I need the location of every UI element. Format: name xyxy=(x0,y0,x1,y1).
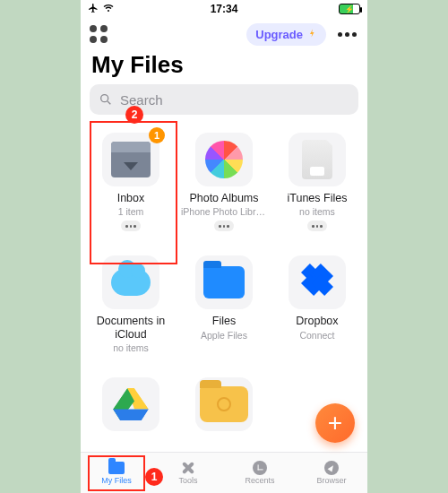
status-time: 17:34 xyxy=(211,3,238,15)
tile-label: Photo Albums xyxy=(189,192,258,204)
ios-status-bar: 17:34 ⚡ xyxy=(81,0,367,18)
wifi-icon xyxy=(102,3,115,16)
tile-label: iTunes Files xyxy=(288,192,348,204)
upgrade-button[interactable]: Upgrade xyxy=(246,23,326,46)
folder-icon xyxy=(108,461,125,475)
annotation-step-1: 1 xyxy=(145,468,163,486)
annotation-step-2: 2 xyxy=(125,106,143,124)
tile-more-button[interactable] xyxy=(121,221,141,231)
tab-label: My Files xyxy=(101,476,132,485)
menu-grid-icon[interactable] xyxy=(90,25,109,45)
location-tile[interactable]: Documents in iCloudno items xyxy=(84,252,177,374)
tools-icon xyxy=(179,461,197,475)
tile-sub: iPhone Photo Libra... xyxy=(181,206,267,217)
bolt-icon xyxy=(306,28,317,41)
add-button[interactable]: + xyxy=(315,403,355,443)
tab-my-files[interactable]: My Files xyxy=(81,453,152,493)
search-icon xyxy=(99,92,113,107)
tab-label: Browser xyxy=(316,476,346,485)
tab-tools[interactable]: Tools xyxy=(152,453,224,493)
tile-label: Inbox xyxy=(117,192,145,204)
locations-grid: 1Inbox1 itemPhoto AlbumsiPhone Photo Lib… xyxy=(81,124,367,452)
tile-label: Files xyxy=(212,315,236,327)
photos-icon xyxy=(195,133,253,186)
tile-more-button[interactable] xyxy=(214,221,234,231)
tile-sub: 1 item xyxy=(118,206,144,217)
location-tile[interactable]: DropboxConnect xyxy=(271,252,364,374)
tile-sub: Apple Files xyxy=(201,330,247,341)
tile-more-button[interactable] xyxy=(307,221,327,231)
search-placeholder: Search xyxy=(120,92,163,108)
location-tile[interactable] xyxy=(84,374,177,452)
tab-label: Tools xyxy=(178,476,197,485)
page-title: My Files xyxy=(81,51,367,84)
tile-sub: Connect xyxy=(299,330,334,341)
tab-browser[interactable]: Browser xyxy=(296,453,367,493)
airplane-icon xyxy=(88,3,99,16)
tile-badge: 1 xyxy=(149,127,165,143)
files-icon xyxy=(195,255,253,309)
location-tile[interactable] xyxy=(177,374,271,452)
tab-label: Recents xyxy=(245,476,274,485)
more-button[interactable] xyxy=(335,32,358,37)
dropbox-icon xyxy=(289,255,346,309)
icloud-icon xyxy=(102,255,159,309)
battery-icon: ⚡ xyxy=(339,4,360,14)
gdrive-icon xyxy=(102,377,159,431)
clock-icon xyxy=(251,461,269,475)
tab-recents[interactable]: Recents xyxy=(224,453,296,493)
tile-label: Documents in iCloud xyxy=(90,315,171,341)
app-header: Upgrade xyxy=(81,18,367,51)
svg-point-0 xyxy=(101,95,108,102)
location-tile[interactable]: Photo AlbumsiPhone Photo Libra... xyxy=(177,129,271,252)
location-tile[interactable]: 1Inbox1 item xyxy=(84,129,177,252)
app-window: 17:34 ⚡ Upgrade My Files Search 1Inbox1 … xyxy=(81,0,367,493)
location-tile[interactable]: FilesApple Files xyxy=(177,252,271,374)
compass-icon xyxy=(323,461,340,475)
downloads-icon xyxy=(195,377,253,431)
location-tile[interactable]: iTunes Filesno items xyxy=(271,129,364,252)
upgrade-label: Upgrade xyxy=(255,28,303,41)
tab-bar: My FilesToolsRecentsBrowser xyxy=(81,452,367,493)
svg-line-1 xyxy=(108,101,110,104)
inbox-icon: 1 xyxy=(102,133,159,186)
tile-sub: no items xyxy=(113,342,149,353)
itunes-icon xyxy=(289,133,346,186)
tile-label: Dropbox xyxy=(296,315,338,327)
tile-sub: no items xyxy=(299,206,335,217)
